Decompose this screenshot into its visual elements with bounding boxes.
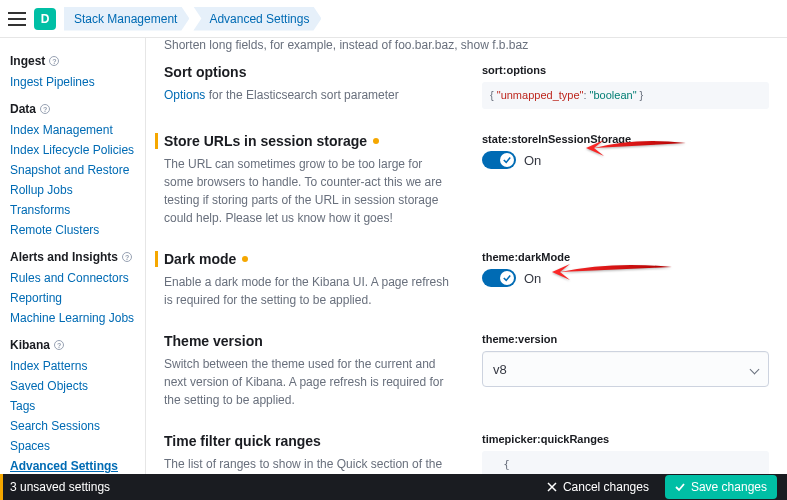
sidebar-item-spaces[interactable]: Spaces [10, 436, 145, 456]
sidebar-item-saved-objects[interactable]: Saved Objects [10, 376, 145, 396]
sidebar-item-transforms[interactable]: Transforms [10, 200, 145, 220]
setting-key: state:storeInSessionStorage [482, 133, 769, 145]
info-icon[interactable]: ? [49, 56, 59, 66]
sidebar-item-remote-clusters[interactable]: Remote Clusters [10, 220, 145, 240]
footer-accent [0, 474, 3, 500]
setting-quick-ranges: Time filter quick ranges The list of ran… [164, 433, 769, 474]
sidebar-group-ingest: Ingest? [10, 54, 145, 68]
save-button[interactable]: Save changes [665, 475, 777, 499]
check-icon [675, 482, 685, 492]
setting-dark-mode: Dark mode Enable a dark mode for the Kib… [164, 251, 769, 309]
sidebar-item-index-management[interactable]: Index Management [10, 120, 145, 140]
info-icon[interactable]: ? [40, 104, 50, 114]
unsaved-dot-icon [373, 138, 379, 144]
toggle-store-urls[interactable] [482, 151, 516, 169]
unsaved-dot-icon [242, 256, 248, 262]
chevron-down-icon [750, 364, 760, 374]
close-icon [547, 482, 557, 492]
sidebar-item-reporting[interactable]: Reporting [10, 288, 145, 308]
app-header: D Stack Management Advanced Settings [0, 0, 787, 38]
code-editor[interactable]: { "from": "now-1h", "to": "now", "displa… [482, 451, 769, 474]
sidebar: Ingest? Ingest Pipelines Data? Index Man… [0, 38, 146, 474]
sidebar-item-rules[interactable]: Rules and Connectors [10, 268, 145, 288]
setting-title: Sort options [164, 64, 454, 80]
code-editor[interactable]: { "unmapped_type": "boolean" } [482, 82, 769, 109]
sidebar-item-snapshot-restore[interactable]: Snapshot and Restore [10, 160, 145, 180]
setting-theme-version: Theme version Switch between the theme u… [164, 333, 769, 409]
sidebar-item-ingest-pipelines[interactable]: Ingest Pipelines [10, 72, 145, 92]
sidebar-group-alerts: Alerts and Insights? [10, 250, 145, 264]
truncated-hint: Shorten long fields, for example, instea… [164, 38, 769, 52]
sidebar-item-advanced-settings[interactable]: Advanced Settings [10, 456, 145, 474]
sidebar-item-search-sessions[interactable]: Search Sessions [10, 416, 145, 436]
unsaved-status: 3 unsaved settings [10, 480, 110, 494]
sidebar-item-ml-jobs[interactable]: Machine Learning Jobs [10, 308, 145, 328]
sidebar-group-kibana: Kibana? [10, 338, 145, 352]
menu-icon[interactable] [8, 12, 26, 26]
sidebar-item-rollup[interactable]: Rollup Jobs [10, 180, 145, 200]
breadcrumb-advanced-settings[interactable]: Advanced Settings [193, 7, 321, 31]
cancel-button[interactable]: Cancel changes [539, 476, 657, 498]
setting-title: Theme version [164, 333, 454, 349]
info-icon[interactable]: ? [122, 252, 132, 262]
options-link[interactable]: Options [164, 88, 205, 102]
setting-key: theme:darkMode [482, 251, 769, 263]
sidebar-item-ilm[interactable]: Index Lifecycle Policies [10, 140, 145, 160]
sidebar-group-data: Data? [10, 102, 145, 116]
unsaved-footer: 3 unsaved settings Cancel changes Save c… [0, 474, 787, 500]
setting-title: Store URLs in session storage [155, 133, 454, 149]
breadcrumb-stack-management[interactable]: Stack Management [64, 7, 189, 31]
select-theme-version[interactable]: v8 [482, 351, 769, 387]
setting-title: Dark mode [155, 251, 454, 267]
setting-key: sort:options [482, 64, 769, 76]
info-icon[interactable]: ? [54, 340, 64, 350]
setting-desc: Enable a dark mode for the Kibana UI. A … [164, 273, 454, 309]
main-content: Shorten long fields, for example, instea… [146, 38, 787, 474]
setting-key: theme:version [482, 333, 769, 345]
setting-desc: The URL can sometimes grow to be too lar… [164, 155, 454, 227]
setting-desc: The list of ranges to show in the Quick … [164, 455, 454, 474]
toggle-label: On [524, 153, 541, 168]
avatar[interactable]: D [34, 8, 56, 30]
setting-desc: Switch between the theme used for the cu… [164, 355, 454, 409]
select-value: v8 [493, 362, 507, 377]
setting-key: timepicker:quickRanges [482, 433, 769, 445]
toggle-label: On [524, 271, 541, 286]
setting-title: Time filter quick ranges [164, 433, 454, 449]
setting-store-urls: Store URLs in session storage The URL ca… [164, 133, 769, 227]
toggle-dark-mode[interactable] [482, 269, 516, 287]
setting-sort-options: Sort options Options for the Elasticsear… [164, 64, 769, 109]
setting-desc: Options for the Elasticsearch sort param… [164, 86, 454, 104]
sidebar-item-index-patterns[interactable]: Index Patterns [10, 356, 145, 376]
sidebar-item-tags[interactable]: Tags [10, 396, 145, 416]
